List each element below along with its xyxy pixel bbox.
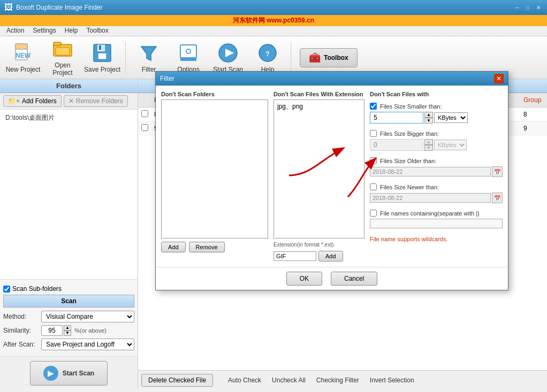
dont-scan-ext-listbox[interactable]: jpg、png [274, 99, 364, 239]
ext-add-button[interactable]: Add [318, 251, 343, 262]
titlebar: 🖼 Boxoft Duplicate Image Finder ─ □ ✕ [0, 0, 547, 15]
size-smaller-spin: ▲ ▼ [424, 112, 433, 124]
titlebar-left: 🖼 Boxoft Duplicate Image Finder [4, 3, 102, 12]
size-bigger-up[interactable]: ▲ [424, 139, 433, 145]
size-bigger-spin: ▲ ▼ [424, 139, 433, 151]
size-smaller-up[interactable]: ▲ [424, 112, 433, 118]
folders-remove-button[interactable]: Remove [189, 242, 225, 252]
size-bigger-row: Files Size Bigger than: [370, 130, 503, 137]
size-smaller-section: Files Size Smaller than: ▲ ▼ KBytes MByt… [370, 103, 503, 127]
filter-dialog: Filter ✕ Don't Scan Folders Add Remove D… [155, 71, 508, 290]
cancel-button[interactable]: Cancel [331, 272, 377, 286]
files-older-calendar-button[interactable]: 📅 [492, 166, 503, 177]
size-bigger-input-row: ▲ ▼ KBytes [370, 139, 503, 151]
minimize-button[interactable]: ─ [513, 3, 521, 12]
file-names-section: File names containing(separate with |) [370, 210, 503, 232]
dont-scan-folders-label: Don't Scan Folders [161, 91, 268, 97]
size-smaller-row: Files Size Smaller than: [370, 103, 503, 110]
ext-input[interactable] [274, 251, 316, 261]
app-icon: 🖼 [4, 3, 13, 12]
dialog-close-button[interactable]: ✕ [494, 74, 504, 83]
file-names-input-row [370, 219, 503, 228]
files-older-section: Files Size Older than: 📅 [370, 157, 503, 180]
dialog-right-col: Don't Scan Files with Files Size Smaller… [370, 91, 503, 262]
files-older-label: Files Size Older than: [380, 158, 436, 164]
files-newer-calendar-button[interactable]: 📅 [492, 193, 503, 203]
dont-scan-files-title: Don't Scan Files with [370, 91, 503, 97]
close-button[interactable]: ✕ [534, 3, 543, 12]
size-smaller-unit-select[interactable]: KBytes MBytes Bytes [434, 112, 468, 123]
files-newer-row: Files Size Newer than: [370, 183, 503, 190]
files-older-date-input[interactable] [370, 167, 491, 176]
dont-scan-ext-label: Don't Scan Files With Extension [274, 91, 364, 97]
dialog-title: Filter [160, 75, 174, 82]
size-smaller-input[interactable] [370, 112, 423, 124]
ext-input-section: Extension(in format *.ext). Add [274, 242, 364, 262]
files-older-checkbox[interactable] [370, 157, 377, 164]
ext-format-label: Extension(in format *.ext). [274, 242, 364, 248]
ext-item-jpg: jpg、png [275, 101, 363, 112]
maximize-button[interactable]: □ [523, 3, 532, 12]
size-bigger-section: Files Size Bigger than: ▲ ▼ KBytes [370, 130, 503, 154]
ok-button[interactable]: OK [286, 272, 322, 286]
dialog-footer: OK Cancel [156, 267, 508, 290]
size-smaller-label: Files Size Smaller than: [380, 103, 442, 110]
watermark-bar: 河东软件网 www.pc0359.cn [0, 15, 547, 26]
file-names-row: File names containing(separate with |) [370, 210, 503, 217]
files-newer-date-input[interactable] [370, 193, 491, 203]
size-bigger-down[interactable]: ▼ [424, 145, 433, 151]
wildcard-note: File name supports wildcards. [370, 236, 503, 242]
file-names-label: File names containing(separate with |) [380, 210, 480, 217]
files-newer-label: Files Size Newer than: [380, 184, 439, 190]
app-title: Boxoft Duplicate Image Finder [16, 4, 102, 11]
file-names-input[interactable] [370, 219, 503, 228]
folders-btn-row: Add Remove [161, 242, 268, 252]
dialog-body: Don't Scan Folders Add Remove Don't Scan… [156, 86, 508, 267]
files-newer-input-row: 📅 [370, 193, 503, 203]
files-newer-section: Files Size Newer than: 📅 [370, 183, 503, 206]
size-smaller-input-row: ▲ ▼ KBytes MBytes Bytes [370, 112, 503, 124]
size-bigger-unit-select[interactable]: KBytes [434, 140, 467, 150]
size-smaller-checkbox[interactable] [370, 103, 377, 110]
files-newer-checkbox[interactable] [370, 183, 377, 190]
files-older-row: Files Size Older than: [370, 157, 503, 164]
files-older-input-row: 📅 [370, 166, 503, 177]
size-bigger-input[interactable] [370, 139, 423, 151]
folders-add-button[interactable]: Add [161, 242, 186, 252]
dialog-left-col: Don't Scan Folders Add Remove [161, 91, 268, 262]
size-bigger-label: Files Size Bigger than: [380, 130, 439, 137]
dont-scan-folders-listbox[interactable] [161, 99, 268, 239]
dialog-titlebar: Filter ✕ [156, 72, 508, 86]
watermark-text: 河东软件网 www.pc0359.cn [233, 17, 314, 24]
dialog-mid-col: Don't Scan Files With Extension jpg、png … [274, 91, 364, 262]
ext-input-row: Add [274, 251, 364, 262]
size-bigger-checkbox[interactable] [370, 130, 377, 137]
titlebar-controls: ─ □ ✕ [513, 3, 543, 12]
size-smaller-down[interactable]: ▼ [424, 118, 433, 124]
dialog-overlay: Filter ✕ Don't Scan Folders Add Remove D… [0, 26, 547, 392]
file-names-checkbox[interactable] [370, 210, 377, 217]
